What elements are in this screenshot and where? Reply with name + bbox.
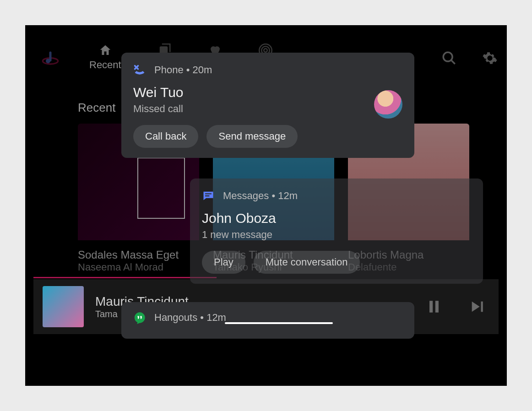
- play-button[interactable]: Play: [202, 251, 245, 274]
- mute-conversation-button[interactable]: Mute conversation: [254, 251, 360, 274]
- top-actions: [441, 50, 498, 66]
- album-title: Sodales Massa Eget: [78, 249, 199, 261]
- notif-time: 12m: [278, 190, 298, 201]
- media-scrubber[interactable]: [225, 322, 333, 324]
- pause-icon[interactable]: [426, 299, 442, 314]
- notification-messages[interactable]: Messages • 12m John Oboza 1 new message …: [190, 178, 483, 284]
- notif-title: Wei Tuo: [133, 85, 402, 100]
- tab-label: Recent: [89, 59, 121, 71]
- home-icon: [98, 43, 112, 57]
- notification-hangouts[interactable]: Hangouts • 12m: [121, 302, 414, 339]
- album-artist: Naseema Al Morad: [78, 261, 199, 273]
- notification-phone[interactable]: Phone • 20m Wei Tuo Missed call Call bac…: [121, 53, 414, 158]
- device-frame: Recent Recent LOREM IPSUM. Sodales Massa…: [25, 25, 507, 386]
- notif-time: 12m: [206, 312, 226, 323]
- notif-title: John Oboza: [202, 211, 471, 226]
- gear-icon[interactable]: [482, 50, 498, 66]
- messages-icon: [202, 189, 215, 202]
- call-back-button[interactable]: Call back: [133, 125, 198, 148]
- notif-time: 20m: [193, 64, 212, 76]
- avatar: [374, 90, 402, 119]
- svg-point-1: [46, 59, 50, 63]
- notif-subtitle: Missed call: [133, 103, 402, 115]
- notif-app: Phone: [154, 64, 184, 76]
- notif-actions: Play Mute conversation: [202, 251, 471, 274]
- search-icon[interactable]: [441, 50, 457, 66]
- send-message-button[interactable]: Send message: [206, 125, 298, 148]
- hangouts-icon: [133, 311, 146, 324]
- notif-app: Hangouts: [154, 312, 197, 323]
- notif-actions: Call back Send message: [133, 125, 402, 148]
- svg-rect-7: [429, 301, 433, 313]
- notif-header: Phone • 20m: [133, 64, 402, 76]
- now-playing-art: [43, 286, 84, 327]
- app-logo-icon: [41, 50, 60, 69]
- progress-accent: [33, 277, 217, 278]
- playback-controls: [426, 299, 485, 314]
- section-title: Recent: [78, 101, 115, 115]
- notif-app: Messages: [223, 190, 269, 201]
- svg-rect-8: [435, 301, 439, 313]
- svg-rect-9: [481, 302, 483, 312]
- svg-point-6: [443, 52, 452, 61]
- now-playing-artist: Tama: [95, 309, 118, 319]
- skip-next-icon[interactable]: [469, 299, 485, 314]
- phone-missed-icon: [133, 64, 146, 76]
- notif-subtitle: 1 new message: [202, 229, 471, 241]
- tab-recent[interactable]: Recent: [89, 43, 121, 71]
- svg-point-3: [264, 49, 267, 52]
- notif-header: Messages • 12m: [202, 189, 471, 202]
